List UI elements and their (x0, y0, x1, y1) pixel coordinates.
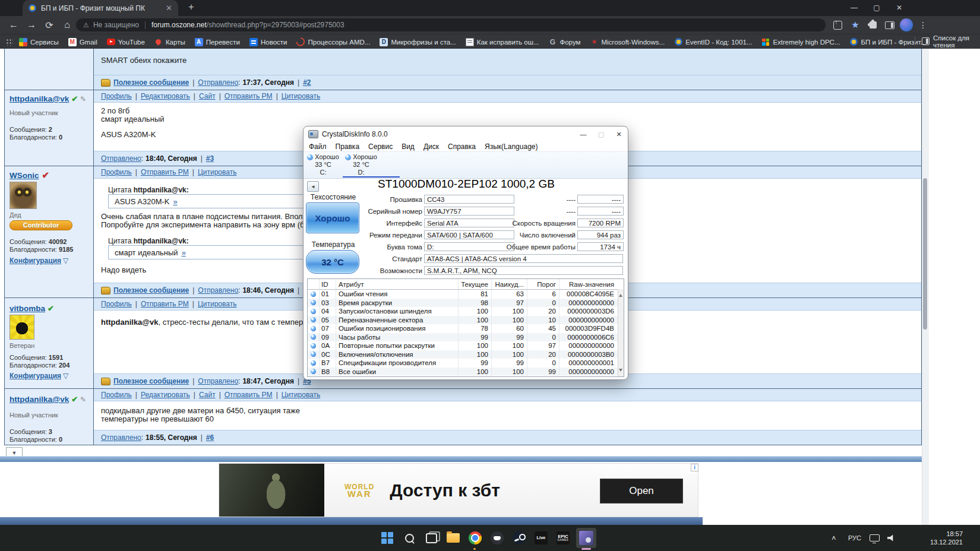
smart-table-row[interactable]: 03 Время раскрутки 98 97 0 000000000000 (308, 299, 624, 308)
chrome-button[interactable] (466, 529, 484, 547)
smart-table-row[interactable]: 09 Часы работы 99 99 0 0000000006C6 (308, 333, 624, 342)
post-link[interactable]: Отправить PM (141, 300, 189, 308)
side-panel-icon[interactable] (883, 18, 897, 32)
forward-button[interactable]: → (24, 18, 39, 32)
useful-link[interactable]: Полезное сообщение (113, 286, 189, 294)
cdi-title-bar[interactable]: CrystalDiskInfo 8.0.0 — ▢ ✕ (304, 126, 628, 142)
bookmark-fix-error[interactable]: Как исправить ош... (466, 38, 539, 46)
browser-menu-icon[interactable]: ⋮ (916, 18, 930, 32)
smart-table-row[interactable]: B7 Спецификации производителя 99 99 0 00… (308, 359, 624, 368)
useful-link[interactable]: Полезное сообщение (113, 377, 189, 385)
file-explorer-button[interactable] (444, 529, 462, 547)
username-link[interactable]: vitbomba (10, 304, 45, 313)
drive-tab-c[interactable]: Хорошо 33 °C C: (305, 153, 342, 176)
smart-table-row[interactable]: B8 Все ошибки 100 100 99 000000000000 (308, 368, 624, 376)
menu-service[interactable]: Сервис (368, 142, 393, 151)
reading-list-button[interactable]: Список для чтения (922, 34, 980, 49)
cdi-close-button[interactable]: ✕ (610, 126, 628, 142)
menu-view[interactable]: Вид (402, 142, 415, 151)
smart-table-row[interactable]: 07 Ошибки позиционирования 78 60 45 0000… (308, 324, 624, 333)
tray-chevron[interactable]: ˄ (832, 525, 836, 551)
back-button[interactable]: ← (6, 18, 21, 32)
share-icon[interactable] (830, 18, 845, 32)
sent-link[interactable]: Отправлено (101, 433, 141, 442)
smart-table-row[interactable]: 0A Повторные попытки раскрутки 100 100 9… (308, 341, 624, 350)
bookmark-youtube[interactable]: YouTube (107, 38, 145, 46)
drive-nav-back-button[interactable]: ◄ (307, 181, 319, 192)
browser-tab[interactable]: БП и ИБП - Фризит мощный ПК ✕ (23, 0, 178, 16)
cdi-maximize-button[interactable]: ▢ (592, 126, 610, 142)
username-link[interactable]: httpdanilka@vk (10, 94, 69, 103)
post-link[interactable]: Цитировать (198, 168, 237, 176)
new-tab-button[interactable]: + (185, 2, 197, 14)
language-indicator[interactable]: РУС (848, 525, 861, 551)
profile-avatar[interactable] (899, 18, 913, 32)
page-scrollbar-thumb[interactable] (923, 178, 927, 330)
task-view-button[interactable] (422, 529, 440, 547)
username-link[interactable]: httpdanilka@vk (10, 395, 69, 404)
sent-link[interactable]: Отправлено (198, 78, 238, 87)
bookmark-news[interactable]: Новости (249, 38, 287, 46)
smart-table-scrollbar[interactable] (618, 289, 624, 376)
post-link[interactable]: Сайт (199, 391, 216, 399)
security-warning-icon[interactable]: ⚠ (83, 21, 89, 29)
window-maximize-button[interactable]: ▢ (865, 0, 888, 15)
bookmark-gmail[interactable]: MGmail (68, 38, 97, 46)
useful-link[interactable]: Полезное сообщение (113, 78, 189, 87)
smart-table-row[interactable]: 01 Ошибки чтения 81 63 6 000008C4095E (308, 290, 624, 299)
taskbar-clock[interactable]: 18:57 13.12.2021 (918, 525, 963, 551)
bookmark-dpc[interactable]: Extremely high DPC... (761, 38, 840, 46)
apps-grid-icon[interactable] (6, 39, 13, 46)
sent-link[interactable]: Отправлено (198, 286, 238, 294)
post-link[interactable]: Цитировать (282, 92, 321, 100)
extensions-icon[interactable] (866, 18, 880, 32)
tab-close-icon[interactable]: ✕ (166, 4, 172, 12)
reload-button[interactable]: ⟳ (42, 18, 57, 32)
post-link[interactable]: Цитировать (198, 300, 237, 308)
window-minimize-button[interactable]: — (843, 0, 865, 15)
bookmark-forum[interactable]: GФорум (548, 38, 580, 46)
crystaldiskinfo-taskbar-button[interactable] (576, 528, 596, 548)
epic-button[interactable]: EPICGAMES (554, 529, 572, 547)
smart-table-row[interactable]: 04 Запуски/остановки шпинделя 100 100 20… (308, 307, 624, 316)
post-link[interactable]: Профиль (101, 391, 132, 399)
bookmark-microfreezes[interactable]: DМикрофризы и ста... (380, 38, 456, 46)
sent-link[interactable]: Отправлено (198, 377, 238, 385)
bookmark-ms-windows[interactable]: ✶Microsoft-Windows... (590, 38, 665, 46)
post-link[interactable]: Сайт (199, 92, 216, 100)
post-link[interactable]: Профиль (101, 300, 132, 308)
post-link[interactable]: Профиль (101, 168, 132, 176)
post-number-link[interactable]: #6 (206, 433, 214, 442)
scroll-up-icon[interactable] (619, 290, 622, 297)
bookmark-maps[interactable]: Карты (154, 38, 185, 46)
post-link[interactable]: Цитировать (282, 391, 321, 399)
post-link[interactable]: Редактировать (141, 92, 190, 100)
menu-disk[interactable]: Диск (423, 142, 439, 151)
post-link[interactable]: Редактировать (141, 391, 190, 399)
config-link[interactable]: Конфигурация▽ (10, 372, 68, 380)
bookmark-star-icon[interactable]: ★ (848, 18, 862, 32)
start-button[interactable] (378, 529, 396, 547)
quote-expand-link[interactable]: » (173, 197, 178, 206)
post-link[interactable]: Отправить PM (141, 168, 189, 176)
volume-icon[interactable] (887, 525, 895, 551)
sent-link[interactable]: Отправлено (101, 154, 141, 163)
network-icon[interactable] (870, 525, 880, 551)
post-number-link[interactable]: #3 (206, 154, 214, 163)
user-avatar[interactable] (10, 182, 37, 209)
cdi-minimize-button[interactable]: — (574, 126, 592, 142)
steam-button[interactable] (510, 529, 528, 547)
bookmark-translate[interactable]: AПеревести (195, 38, 240, 46)
discord-button[interactable] (488, 529, 506, 547)
config-link[interactable]: Конфигурация▽ (10, 256, 68, 265)
contributor-badge[interactable]: Contributor (10, 220, 72, 230)
address-bar[interactable]: ⚠ Не защищено forum.oszone.net /showthre… (76, 18, 826, 31)
smart-table-row[interactable]: 05 Переназначенные сектора 100 100 10 00… (308, 316, 624, 325)
bookmark-eventid[interactable]: EventID - Код: 1001... (674, 38, 752, 46)
username-link[interactable]: WSonic (10, 171, 39, 180)
menu-edit[interactable]: Правка (336, 142, 360, 151)
live-button[interactable]: Live (532, 529, 550, 547)
bookmark-amd[interactable]: Процессоры AMD... (296, 38, 370, 46)
menu-file[interactable]: Файл (309, 142, 327, 151)
ad-open-button[interactable]: Open (600, 479, 683, 504)
